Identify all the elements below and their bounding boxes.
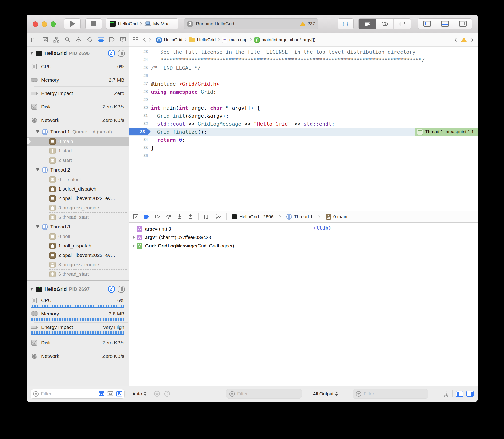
continue-button[interactable] — [155, 214, 160, 219]
debug-navigator-icon[interactable] — [95, 37, 106, 43]
close-window-button[interactable] — [33, 21, 38, 27]
gauges-view-button[interactable] — [108, 50, 115, 57]
code-line-32[interactable]: 32 std::cout << GridLogMessage << "Hello… — [129, 120, 478, 128]
disclosure-triangle-icon[interactable] — [131, 236, 137, 239]
related-items-icon[interactable] — [133, 37, 138, 43]
symbol-navigator-icon[interactable] — [51, 37, 62, 43]
quick-look-icon[interactable] — [154, 390, 160, 397]
standard-editor-button[interactable] — [359, 19, 376, 29]
toggle-debug-area-button[interactable] — [436, 19, 454, 29]
gauge-row-network[interactable]: NetworkZero KB/s — [27, 349, 129, 363]
code-line-26[interactable]: 26 — [129, 72, 478, 80]
stack-frame-row[interactable]: 3 progress_engine — [27, 260, 129, 269]
code-line-30[interactable]: 30int main(int argc, char * argv[]) { — [129, 104, 478, 112]
variables-view[interactable]: Aargc = (int) 3Aargv = (char **) 0x7ffee… — [129, 222, 309, 386]
line-number[interactable]: 31 — [129, 113, 151, 118]
gauge-row-network[interactable]: NetworkZero KB/s — [27, 113, 129, 127]
output-scope-dropdown[interactable]: All Output — [313, 391, 338, 397]
line-number[interactable]: 34 — [129, 137, 151, 142]
line-number[interactable]: 24 — [129, 57, 151, 62]
code-line-24[interactable]: 24 *************************************… — [129, 56, 478, 64]
previous-issue-button[interactable] — [454, 38, 457, 42]
gauge-row-disk[interactable]: DiskZero KB/s — [27, 100, 129, 113]
line-number[interactable]: 23 — [129, 49, 151, 54]
line-number[interactable]: 28 — [129, 89, 151, 94]
navigator-filter-field[interactable]: Filter — [31, 389, 125, 399]
filter-flattened-icon[interactable] — [98, 391, 105, 397]
step-into-button[interactable] — [177, 214, 182, 220]
gauge-row-cpu[interactable]: CPU0% — [27, 60, 129, 73]
issue-warning-icon[interactable] — [461, 37, 467, 43]
code-line-27[interactable]: 27#include <Grid/Grid.h> — [129, 80, 478, 88]
issue-navigator-icon[interactable] — [73, 37, 84, 43]
disclosure-triangle-icon[interactable] — [131, 244, 137, 247]
breakpoint-navigator-icon[interactable] — [106, 37, 117, 42]
stack-frame-row[interactable]: 2 start — [27, 156, 129, 165]
gauge-row-energy-impact[interactable]: Energy ImpactVery High — [27, 323, 129, 336]
source-control-navigator-icon[interactable] — [40, 37, 51, 43]
threads-view-button[interactable] — [117, 286, 125, 293]
code-line-35[interactable]: 35} — [129, 144, 478, 152]
source-editor[interactable]: 23 See the full license in the file "LIC… — [129, 47, 478, 211]
toggle-navigator-panel-button[interactable] — [418, 19, 436, 29]
debug-breadcrumb-item[interactable]: HelloGrid - 2696 — [232, 214, 274, 220]
stack-frame-row[interactable]: 1 poll_dispatch — [27, 241, 129, 251]
jumpbar-item[interactable]: C+main.cpp — [222, 37, 247, 43]
code-snippets-button[interactable]: { } — [338, 18, 353, 29]
clear-console-button[interactable] — [443, 390, 449, 397]
variable-row[interactable]: Aargv = (char **) 0x7ffee9039c28 — [129, 233, 309, 242]
line-number[interactable]: 36 — [129, 153, 151, 158]
back-button[interactable] — [143, 37, 146, 42]
filter-view-mode-icon[interactable] — [116, 391, 122, 397]
stack-frame-row[interactable]: 6 thread_start — [27, 212, 129, 222]
stack-frame-row[interactable]: 6 thread_start — [27, 269, 129, 279]
memory-graph-button[interactable] — [215, 214, 221, 220]
jumpbar-item[interactable]: HelloGrid — [156, 37, 182, 43]
show-variables-view-button[interactable] — [456, 391, 463, 397]
run-button[interactable] — [64, 18, 81, 29]
step-out-button[interactable] — [188, 214, 193, 220]
debug-breadcrumb-item[interactable]: Thread 1 — [286, 214, 313, 220]
line-number[interactable]: 30 — [129, 105, 151, 110]
zoom-window-button[interactable] — [50, 21, 56, 27]
console-view[interactable]: (lldb) — [309, 222, 478, 386]
code-line-33[interactable]: 33 Grid_finalize();Thread 1: breakpoint … — [129, 128, 478, 136]
gauge-row-memory[interactable]: Memory2.7 MB — [27, 73, 129, 86]
code-line-23[interactable]: 23 See the full license in the file "LIC… — [129, 48, 478, 56]
stack-frame-row[interactable]: 0 poll — [27, 232, 129, 241]
thread-row[interactable]: Thread 2 — [27, 165, 129, 175]
next-issue-button[interactable] — [471, 38, 474, 42]
stack-frame-row[interactable]: 0 main — [27, 137, 129, 146]
line-number[interactable]: 32 — [129, 122, 151, 126]
code-line-36[interactable]: 36 — [129, 152, 478, 160]
forward-button[interactable] — [148, 37, 151, 42]
gauge-row-memory[interactable]: Memory2.8 MB — [27, 309, 129, 323]
project-navigator-icon[interactable] — [29, 37, 40, 43]
step-over-button[interactable] — [165, 214, 172, 219]
minimize-window-button[interactable] — [42, 21, 47, 27]
code-line-29[interactable]: 29 — [129, 96, 478, 104]
toggle-inspector-panel-button[interactable] — [454, 19, 471, 29]
debug-breadcrumb-item[interactable]: 0 main — [326, 214, 347, 220]
stop-button[interactable] — [85, 18, 102, 29]
variables-filter-field[interactable]: Filter — [226, 389, 302, 399]
code-line-31[interactable]: 31 Grid_init(&argc,&argv); — [129, 112, 478, 120]
show-console-view-button[interactable] — [466, 391, 474, 397]
info-icon[interactable] — [164, 390, 170, 397]
code-line-34[interactable]: 34 return 0; — [129, 136, 478, 144]
warning-count[interactable]: 237 — [300, 21, 315, 26]
thread-row[interactable]: Thread 1Queue:...d (serial) — [27, 127, 129, 137]
line-number[interactable]: 29 — [129, 98, 151, 102]
threads-view-button[interactable] — [117, 50, 125, 57]
process-row[interactable]: HelloGridPID 2697 — [27, 282, 129, 296]
breakpoint-marker[interactable]: 33 — [129, 128, 151, 135]
stack-frame-row[interactable]: 3 progress_engine — [27, 203, 129, 212]
line-number[interactable]: 35 — [129, 145, 151, 150]
find-navigator-icon[interactable] — [62, 37, 73, 43]
line-number[interactable]: 25 — [129, 65, 151, 70]
gauge-row-cpu[interactable]: CPU6% — [27, 296, 129, 309]
line-number[interactable]: 27 — [129, 81, 151, 86]
jumpbar-item[interactable]: fmain(int argc, char * argv[]) — [254, 37, 316, 43]
variable-row[interactable]: VGrid::GridLogMessage (Grid::GridLogger) — [129, 242, 309, 250]
stack-frame-row[interactable]: 1 select_dispatch — [27, 184, 129, 194]
